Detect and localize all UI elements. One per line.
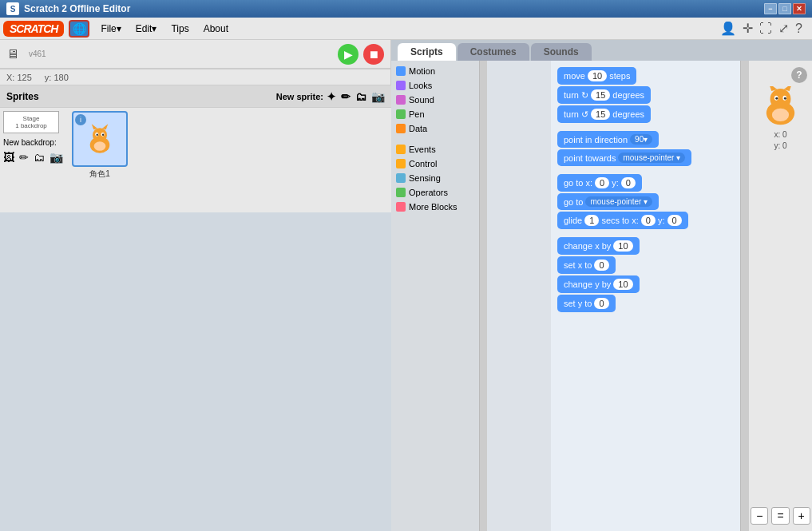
block-change-x[interactable]: change x by 10 xyxy=(557,237,734,255)
svg-point-35 xyxy=(775,97,778,100)
block-turn-ccw-value[interactable]: 15 xyxy=(591,109,610,120)
operators-label: Operators xyxy=(409,188,448,197)
block-move[interactable]: move 10 steps xyxy=(557,67,734,85)
help-button[interactable]: ? xyxy=(791,67,807,83)
svg-point-36 xyxy=(784,97,786,100)
block-glide[interactable]: glide 1 secs to x: 0 y: 0 xyxy=(557,212,734,229)
maximize-button[interactable]: □ xyxy=(778,3,791,14)
block-glide-val1[interactable]: 1 xyxy=(584,215,599,226)
expand-icon[interactable]: ⤢ xyxy=(778,21,789,36)
block-goto-x[interactable]: 0 xyxy=(595,177,609,188)
block-point-dir-value[interactable]: 90▾ xyxy=(630,134,652,145)
close-button[interactable]: ✕ xyxy=(793,3,806,14)
tab-costumes[interactable]: Costumes xyxy=(457,43,529,61)
block-turn-ccw[interactable]: turn ↺ 15 degrees xyxy=(557,105,734,123)
control-dot xyxy=(396,159,406,168)
categories-scrollbar[interactable] xyxy=(479,61,487,531)
menu-about[interactable]: About xyxy=(197,22,235,36)
category-data[interactable]: Data xyxy=(391,121,479,136)
block-move-value[interactable]: 10 xyxy=(588,70,607,81)
new-backdrop-img-icon[interactable]: 🖼 xyxy=(3,151,14,164)
block-point-towards[interactable]: point towards mouse-pointer ▾ xyxy=(557,149,734,166)
sprite-y: y: 0 xyxy=(774,141,786,152)
category-looks[interactable]: Looks xyxy=(391,78,479,93)
user-icon[interactable]: 👤 xyxy=(720,21,736,36)
blocks-panel: Motion Looks Sound Pen xyxy=(391,61,551,531)
block-set-y[interactable]: set y to 0 xyxy=(557,295,734,312)
draw-sprite-icon[interactable]: ✏ xyxy=(341,90,351,103)
block-glide-y[interactable]: 0 xyxy=(667,215,682,226)
x-coord: X: 125 xyxy=(6,73,32,82)
language-button[interactable]: 🌐 xyxy=(69,20,89,38)
stage-toolbar: 🖥 v461 ▶ ⏹ xyxy=(0,40,390,69)
new-backdrop-upload-icon[interactable]: 🗂 xyxy=(34,151,45,164)
category-control[interactable]: Control xyxy=(391,157,479,171)
category-more-blocks[interactable]: More Blocks xyxy=(391,200,479,214)
zoom-reset-button[interactable]: = xyxy=(771,507,789,525)
new-sprite-icons: ✦ ✏ 🗂 📷 xyxy=(327,90,385,103)
block-turn-cw[interactable]: turn ↻ 15 degrees xyxy=(557,86,734,104)
tab-sounds[interactable]: Sounds xyxy=(531,43,592,61)
script-area: Motion Looks Sound Pen xyxy=(391,61,812,531)
block-point-towards-text: point towards xyxy=(564,153,616,163)
upload-sprite-icon[interactable]: 🗂 xyxy=(355,90,366,103)
screen-icon[interactable]: 🖥 xyxy=(6,47,19,61)
scripts-editor: move 10 steps turn ↻ 15 degrees xyxy=(551,61,740,531)
block-turn-cw-suffix: degrees xyxy=(612,90,644,100)
app-icon: S xyxy=(6,2,19,15)
category-motion[interactable]: Motion xyxy=(391,64,479,78)
block-set-y-text: set y to xyxy=(564,299,592,308)
svg-point-37 xyxy=(772,109,789,121)
fullscreen-icon[interactable]: ⛶ xyxy=(759,22,772,36)
block-change-y[interactable]: change y by 10 xyxy=(557,275,734,293)
sprite-info-panel: ? xyxy=(748,61,812,531)
tabs: Scripts Costumes Sounds xyxy=(391,40,812,61)
block-goto-y[interactable]: 0 xyxy=(621,177,636,188)
new-backdrop-draw-icon[interactable]: ✏ xyxy=(19,151,29,164)
block-glide-x[interactable]: 0 xyxy=(641,215,656,226)
camera-sprite-icon[interactable]: 📷 xyxy=(371,90,385,103)
category-sensing[interactable]: Sensing xyxy=(391,171,479,185)
titlebar: S Scratch 2 Offline Editor − □ ✕ xyxy=(0,0,812,18)
block-go-to-xy[interactable]: go to x: 0 y: 0 xyxy=(557,174,734,192)
menu-tips[interactable]: Tips xyxy=(164,22,195,36)
block-change-y-value[interactable]: 10 xyxy=(613,279,632,290)
block-go-to-pointer[interactable]: go to mouse-pointer ▾ xyxy=(557,193,734,210)
block-turn-cw-value[interactable]: 15 xyxy=(591,89,610,101)
pen-dot xyxy=(396,109,406,119)
sprites-panel: Sprites New sprite: ✦ ✏ 🗂 📷 Stage 1 back… xyxy=(0,85,391,212)
stage-label: Stage xyxy=(23,115,40,122)
paint-star-icon[interactable]: ✦ xyxy=(327,90,336,103)
block-point-dir[interactable]: point in direction 90▾ xyxy=(557,131,734,148)
zoom-out-button[interactable]: − xyxy=(751,507,768,525)
new-backdrop-camera-icon[interactable]: 📷 xyxy=(50,151,63,164)
stage-thumbnail[interactable]: Stage 1 backdrop xyxy=(3,111,59,133)
sprite-list: i 角色1 xyxy=(72,111,128,209)
sprite-item[interactable]: i xyxy=(72,111,128,167)
block-set-x-value[interactable]: 0 xyxy=(594,260,608,271)
sound-dot xyxy=(396,95,406,105)
block-change-x-text: change x by xyxy=(564,241,611,251)
tab-scripts[interactable]: Scripts xyxy=(398,43,456,61)
stop-button[interactable]: ⏹ xyxy=(363,44,384,65)
cursor-icon[interactable]: ✛ xyxy=(743,21,753,36)
minimize-button[interactable]: − xyxy=(764,3,777,14)
zoom-in-button[interactable]: + xyxy=(793,507,810,525)
scripts-scrollbar[interactable] xyxy=(740,61,748,531)
category-sound[interactable]: Sound xyxy=(391,93,479,107)
globe-icon: 🌐 xyxy=(73,22,86,35)
green-flag-button[interactable]: ▶ xyxy=(338,44,358,65)
sprite-info-badge[interactable]: i xyxy=(75,114,86,125)
block-set-x[interactable]: set x to 0 xyxy=(557,256,734,274)
category-pen[interactable]: Pen xyxy=(391,107,479,121)
help-icon[interactable]: ? xyxy=(795,22,802,36)
menu-edit[interactable]: Edit▾ xyxy=(129,22,164,36)
block-goto-ptr-value[interactable]: mouse-pointer ▾ xyxy=(585,196,652,207)
block-point-towards-value[interactable]: mouse-pointer ▾ xyxy=(618,153,685,163)
menu-file[interactable]: File▾ xyxy=(94,22,127,36)
block-set-y-value[interactable]: 0 xyxy=(594,298,608,309)
block-turn-ccw-suffix: degrees xyxy=(612,109,644,119)
category-events[interactable]: Events xyxy=(391,142,479,157)
category-operators[interactable]: Operators xyxy=(391,185,479,200)
block-change-x-value[interactable]: 10 xyxy=(613,240,632,252)
